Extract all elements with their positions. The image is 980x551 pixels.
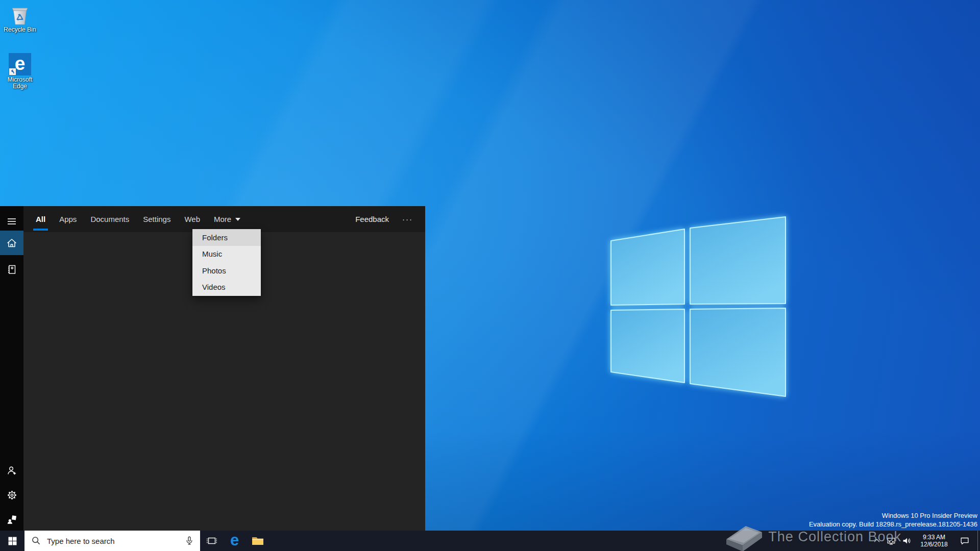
edge-icon: e — [230, 532, 239, 548]
network-ethernet-icon — [886, 535, 897, 546]
tab-all[interactable]: All — [36, 206, 45, 232]
menu-item-photos[interactable]: Photos — [192, 262, 261, 279]
volume-tray-button[interactable] — [899, 531, 914, 551]
file-explorer-icon — [251, 535, 264, 547]
add-user-icon — [6, 464, 18, 477]
microphone-icon[interactable] — [184, 535, 195, 546]
search-input[interactable] — [47, 537, 184, 545]
header-right-group: Feedback ··· — [355, 215, 413, 223]
rail-journal-button[interactable] — [0, 258, 23, 281]
rail-user-picture-button[interactable] — [0, 508, 23, 531]
feedback-button[interactable]: Feedback — [355, 215, 389, 223]
recycle-bin-desktop-icon[interactable]: Recycle Bin — [1, 4, 39, 33]
rail-home-button[interactable] — [0, 231, 23, 255]
system-tray: 9:33 AM 12/6/2018 — [870, 531, 980, 551]
file-explorer-button[interactable] — [246, 531, 269, 551]
search-panel-rail — [0, 206, 23, 531]
journal-icon — [6, 263, 18, 276]
menu-item-folders[interactable]: Folders — [192, 229, 261, 246]
action-center-button[interactable] — [954, 531, 975, 551]
edge-tile: e — [9, 53, 31, 76]
windows-logo-wallpaper — [607, 212, 789, 400]
windows-start-icon — [8, 537, 17, 545]
network-tray-button[interactable] — [884, 531, 899, 551]
hamburger-menu-button[interactable] — [0, 210, 23, 233]
os-watermark-line1: Windows 10 Pro Insider Preview — [809, 511, 977, 520]
tab-documents[interactable]: Documents — [90, 206, 129, 232]
search-panel-header: All Apps Documents Settings Web More Fee… — [23, 206, 425, 232]
menu-item-music[interactable]: Music — [192, 246, 261, 263]
shortcut-arrow-icon — [9, 68, 16, 75]
tray-expand-button[interactable] — [870, 531, 884, 551]
more-dropdown-menu: Folders Music Photos Videos — [192, 229, 261, 296]
windows-desktop: Recycle Bin e Microsoft Edge Windows 10 … — [0, 0, 980, 551]
os-watermark-line2: Evaluation copy. Build 18298.rs_prerelea… — [809, 520, 977, 529]
speaker-icon — [901, 535, 912, 546]
search-icon — [31, 535, 42, 546]
tab-apps-label: Apps — [59, 215, 77, 223]
chevron-down-icon — [235, 218, 240, 221]
menu-item-videos[interactable]: Videos — [192, 279, 261, 296]
tab-web[interactable]: Web — [184, 206, 200, 232]
user-picture-icon — [6, 513, 18, 525]
microsoft-edge-desktop-icon[interactable]: e Microsoft Edge — [1, 53, 39, 90]
hamburger-icon — [6, 216, 17, 227]
clock-time: 9:33 AM — [914, 534, 954, 541]
tab-settings[interactable]: Settings — [143, 206, 170, 232]
gear-icon — [6, 489, 18, 501]
tab-more[interactable]: More — [214, 206, 240, 232]
tab-settings-label: Settings — [143, 215, 170, 223]
recycle-bin-label: Recycle Bin — [4, 27, 36, 33]
os-build-watermark: Windows 10 Pro Insider Preview Evaluatio… — [809, 511, 977, 529]
recycle-bin-icon — [10, 4, 30, 26]
rail-settings-button[interactable] — [0, 484, 23, 506]
show-desktop-button[interactable] — [977, 531, 980, 551]
edge-label: Microsoft Edge — [8, 77, 33, 90]
taskbar-clock[interactable]: 9:33 AM 12/6/2018 — [914, 534, 954, 548]
tab-more-label: More — [214, 215, 231, 223]
task-view-icon — [206, 535, 218, 547]
action-center-icon — [959, 535, 970, 546]
chevron-up-icon — [872, 536, 881, 545]
start-button[interactable] — [0, 531, 24, 551]
tab-apps[interactable]: Apps — [59, 206, 77, 232]
home-icon — [6, 237, 18, 249]
overflow-menu-button[interactable]: ··· — [402, 215, 413, 223]
edge-logo-icon: e — [15, 54, 26, 73]
rail-account-button[interactable] — [0, 459, 23, 482]
task-view-button[interactable] — [200, 531, 223, 551]
edge-label-line1: Microsoft — [8, 76, 33, 83]
tab-web-label: Web — [184, 215, 200, 223]
taskbar-search-box[interactable] — [24, 531, 200, 551]
edge-taskbar-button[interactable]: e — [223, 531, 246, 551]
edge-label-line2: Edge — [13, 83, 27, 90]
tab-documents-label: Documents — [90, 215, 129, 223]
taskbar: e — [0, 531, 980, 551]
tab-all-label: All — [36, 215, 45, 223]
clock-date: 12/6/2018 — [914, 541, 954, 548]
